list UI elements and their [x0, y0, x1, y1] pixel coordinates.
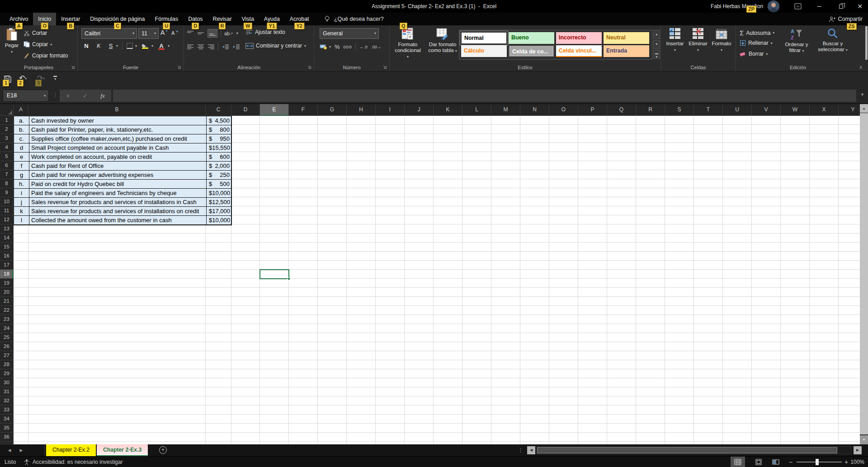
column-header-C[interactable]: C	[206, 104, 231, 116]
undo-chevron[interactable]: ▾	[25, 77, 27, 80]
percent-style-button[interactable]: %	[335, 43, 340, 50]
cell-B9[interactable]: Paid the salary of engineers and Technic…	[29, 189, 206, 197]
column-header-Y[interactable]: Y	[839, 104, 860, 116]
data-row-10[interactable]: jSales revenue for products and services…	[14, 197, 231, 207]
orientation-button[interactable]: ab↗	[224, 31, 233, 36]
select-all-button[interactable]	[0, 104, 14, 116]
column-header-N[interactable]: N	[520, 104, 549, 116]
ribbon-tab-ayuda[interactable]: AyudaY1	[259, 13, 285, 25]
cell-C9[interactable]: $10,000	[206, 189, 231, 197]
sheet-tab-chapter-2-ex-3[interactable]: Chapter 2-Ex.3	[97, 444, 148, 456]
cell-A10[interactable]: j	[14, 198, 29, 206]
insert-function-button[interactable]: fx	[100, 92, 104, 100]
italic-button[interactable]: K	[94, 42, 103, 49]
zoom-slider-track[interactable]	[797, 462, 842, 462]
cell-B4[interactable]: Small Project completed on account payab…	[29, 143, 206, 152]
font-family-select[interactable]: Calibri▾	[81, 28, 137, 39]
row-header-14[interactable]: 14	[0, 234, 14, 243]
autosum-button[interactable]: Σ Autosuma ▾	[740, 29, 774, 37]
column-header-P[interactable]: P	[578, 104, 607, 116]
row-header-26[interactable]: 26	[0, 342, 14, 351]
column-header-M[interactable]: M	[491, 104, 520, 116]
row-header-20[interactable]: 20	[0, 288, 14, 297]
cell-style-c-lculo[interactable]: Cálculo	[461, 45, 507, 57]
delete-cells-button[interactable]: Eliminar▾	[687, 27, 709, 53]
increase-indent-icon[interactable]	[232, 44, 240, 50]
row-header-30[interactable]: 30	[0, 378, 14, 387]
cell-A6[interactable]: f	[14, 162, 29, 170]
data-row-5[interactable]: eWork completed on account, payable on c…	[14, 152, 231, 162]
expand-formula-bar-chevron[interactable]: ▼	[860, 92, 864, 97]
ribbon-tab-acrobat[interactable]: AcrobatY2	[285, 13, 314, 25]
decrease-decimal-button[interactable]: .00→	[371, 44, 382, 49]
font-color-chevron[interactable]: ▾	[168, 44, 170, 48]
orientation-chevron[interactable]: ▾	[236, 31, 238, 35]
row-header-22[interactable]: 22	[0, 306, 14, 315]
number-dialog-launcher[interactable]	[382, 64, 387, 69]
row-header-10[interactable]: 10	[0, 197, 14, 206]
row-header-27[interactable]: 27	[0, 351, 14, 360]
close-button[interactable]: ✕	[852, 0, 868, 13]
ribbon-tab-vista[interactable]: VistaW	[237, 13, 259, 25]
scroll-down-arrow[interactable]: ▼	[860, 435, 868, 444]
column-header-T[interactable]: T	[694, 104, 723, 116]
borders-chevron[interactable]: ▾	[135, 44, 137, 48]
row-header-33[interactable]: 33	[0, 405, 14, 415]
page-break-preview-button[interactable]	[769, 457, 783, 467]
copy-button[interactable]: Copiar ▾	[24, 39, 68, 49]
vertical-scroll-thumb[interactable]	[860, 113, 868, 434]
hscroll-left-arrow[interactable]: ◀	[527, 446, 535, 454]
ribbon-tab-inicio[interactable]: InicioO	[33, 13, 56, 25]
row-header-16[interactable]: 16	[0, 252, 14, 261]
cell-C4[interactable]: $15,550	[206, 143, 231, 152]
ribbon-display-options-button[interactable]	[789, 0, 807, 13]
column-header-L[interactable]: L	[462, 104, 491, 116]
row-header-23[interactable]: 23	[0, 315, 14, 324]
conditional-formatting-button[interactable]: ≠ Formato condicional ▾	[393, 27, 422, 60]
row-header-6[interactable]: 6	[0, 161, 14, 170]
cell-style-normal[interactable]: Normal	[461, 32, 507, 44]
column-header-O[interactable]: O	[549, 104, 578, 116]
underline-button[interactable]: S	[107, 43, 115, 49]
cut-button[interactable]: Cortar	[24, 28, 68, 38]
row-header-8[interactable]: 8	[0, 179, 14, 188]
row-headers[interactable]: 1234567891011121314151617181920212223242…	[0, 116, 14, 444]
row-header-28[interactable]: 28	[0, 360, 14, 369]
enter-icon[interactable]: ✓	[83, 92, 88, 99]
accounting-format-chevron[interactable]: ▾	[329, 45, 331, 49]
decrease-font-size-button[interactable]: A▼	[171, 30, 180, 36]
cell-B2[interactable]: Cash paid for Printer, paper, ink, stati…	[29, 125, 206, 134]
name-box[interactable]: E18 ▾	[3, 90, 49, 102]
increase-font-size-button[interactable]: A▲	[160, 29, 170, 36]
row-header-29[interactable]: 29	[0, 369, 14, 378]
column-header-D[interactable]: D	[231, 104, 260, 116]
zoom-slider-handle[interactable]	[816, 459, 819, 465]
column-header-E[interactable]: E	[260, 104, 289, 116]
data-row-3[interactable]: c.Supplies office (coffee maker,oven,etc…	[14, 134, 231, 143]
name-box-chevron[interactable]: ▾	[44, 90, 46, 101]
cell-C7[interactable]: $250	[206, 171, 231, 179]
column-header-H[interactable]: H	[347, 104, 376, 116]
avatar[interactable]	[768, 0, 779, 12]
paste-button[interactable]: Pegar ▾	[3, 27, 21, 55]
row-header-19[interactable]: 19	[0, 279, 14, 288]
row-header-17[interactable]: 17	[0, 261, 14, 270]
format-cells-button[interactable]: Formato▾	[711, 27, 732, 53]
row-header-18[interactable]: 18	[0, 270, 14, 279]
alignment-dialog-launcher[interactable]	[307, 64, 311, 69]
cell-A5[interactable]: e	[14, 152, 29, 161]
decrease-indent-icon[interactable]	[222, 44, 229, 50]
cell-C1[interactable]: $4,500	[206, 116, 231, 125]
align-bottom-icon[interactable]	[208, 29, 217, 38]
cell-A2[interactable]: b.	[14, 125, 29, 134]
merge-center-button[interactable]: Combinar y centrar ▾	[245, 43, 306, 49]
cell-B5[interactable]: Work completed on account, payable on cr…	[29, 152, 206, 161]
tab-split-handle[interactable]: ⋮	[518, 444, 524, 456]
wrap-text-button[interactable]: Ajustar texto	[245, 29, 285, 35]
font-dialog-launcher[interactable]	[176, 64, 181, 69]
cell-A7[interactable]: g	[14, 171, 29, 179]
cell-C3[interactable]: $950	[206, 134, 231, 143]
cell-C8[interactable]: $500	[206, 180, 231, 188]
zoom-level[interactable]: 100%	[850, 457, 864, 467]
column-header-B[interactable]: B	[28, 104, 206, 116]
